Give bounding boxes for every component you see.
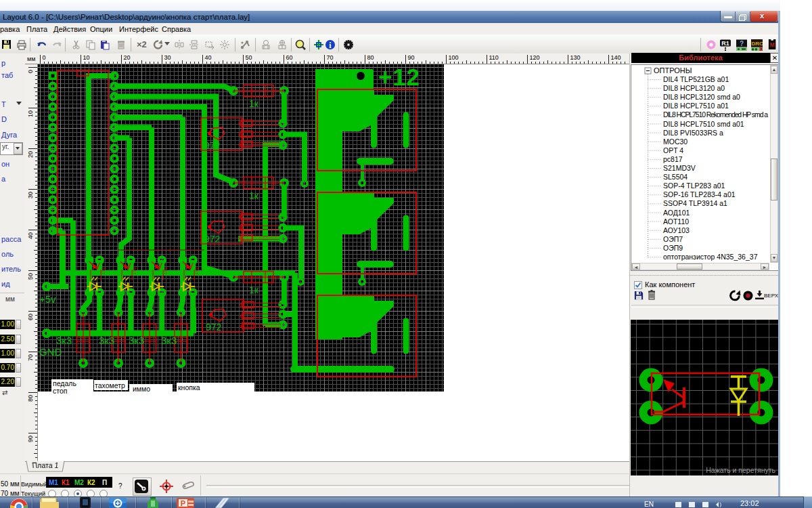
svg-text:60: 60 bbox=[27, 314, 34, 320]
svg-text:pc817: pc817 bbox=[663, 155, 683, 163]
svg-text:DIL8 HCPL3120 a0: DIL8 HCPL3120 a0 bbox=[663, 84, 725, 92]
svg-text:3к3: 3к3 bbox=[99, 335, 114, 346]
svg-text:э: э bbox=[240, 324, 242, 329]
svg-text:ОЭП9: ОЭП9 bbox=[663, 244, 683, 252]
svg-text:1к: 1к bbox=[249, 190, 259, 201]
svg-text:э: э bbox=[238, 236, 241, 240]
svg-text:3к3: 3к3 bbox=[161, 335, 177, 346]
svg-text:1к: 1к bbox=[249, 284, 259, 295]
svg-text:50: 50 bbox=[246, 54, 252, 61]
svg-text:SOP-16 TLP283-4 a01: SOP-16 TLP283-4 a01 bbox=[663, 190, 736, 198]
svg-text:иммо: иммо bbox=[133, 385, 150, 393]
svg-text:ОПТРОНЫ: ОПТРОНЫ bbox=[654, 66, 692, 75]
svg-text:90: 90 bbox=[408, 54, 415, 61]
svg-text:R1: R1 bbox=[721, 40, 729, 47]
svg-text:20: 20 bbox=[124, 54, 131, 61]
svg-text:140: 140 bbox=[611, 54, 621, 61]
svg-text:110: 110 bbox=[489, 54, 499, 61]
svg-text:120: 120 bbox=[530, 54, 540, 61]
svg-text:972: 972 bbox=[204, 140, 221, 151]
svg-text:817: 817 bbox=[133, 268, 137, 275]
svg-text:DIL8 HCPL7510 Rekomended HP sm: DIL8 HCPL7510 Rekomended HP smd a bbox=[663, 110, 768, 119]
svg-text:э: э bbox=[238, 142, 241, 147]
svg-text:130: 130 bbox=[570, 54, 581, 61]
svg-text:стоп: стоп bbox=[53, 387, 67, 395]
svg-text:50: 50 bbox=[27, 273, 34, 280]
svg-text:X: X bbox=[760, 47, 763, 51]
svg-text:б: б bbox=[238, 215, 241, 219]
svg-text:кнопка: кнопка bbox=[178, 383, 200, 391]
svg-text:80: 80 bbox=[27, 395, 34, 402]
svg-text:817: 817 bbox=[102, 268, 106, 275]
svg-text:10: 10 bbox=[83, 54, 90, 61]
svg-text:DIL8 HCPL3120 smd a0: DIL8 HCPL3120 smd a0 bbox=[663, 93, 740, 101]
svg-text:70: 70 bbox=[327, 54, 334, 61]
svg-text:972: 972 bbox=[204, 234, 221, 245]
svg-text:б: б bbox=[240, 303, 242, 308]
svg-text:M: M bbox=[770, 41, 775, 48]
svg-text:DIL8 PVI5033RS a: DIL8 PVI5033RS a bbox=[663, 129, 723, 137]
svg-text:100: 100 bbox=[449, 54, 459, 61]
svg-text:90: 90 bbox=[27, 436, 34, 442]
svg-text:817: 817 bbox=[164, 268, 168, 275]
svg-text:SOP-4 TLP283 a01: SOP-4 TLP283 a01 bbox=[663, 182, 725, 190]
svg-text:0: 0 bbox=[43, 54, 46, 61]
svg-text:0: 0 bbox=[27, 70, 34, 73]
svg-text:60: 60 bbox=[286, 54, 293, 61]
svg-text:10: 10 bbox=[27, 110, 34, 117]
svg-text:оптотранзистор 4N35_36_37: оптотранзистор 4N35_36_37 bbox=[663, 253, 758, 261]
svg-text:ОЭП7: ОЭП7 bbox=[663, 235, 683, 243]
svg-text:?: ? bbox=[740, 40, 744, 47]
svg-text:+5v: +5v bbox=[39, 293, 56, 305]
svg-text:мм: мм bbox=[27, 56, 35, 62]
svg-text:DRC: DRC bbox=[751, 41, 763, 47]
svg-text:817: 817 bbox=[195, 268, 199, 275]
svg-text:DIL4 TLP521GB a01: DIL4 TLP521GB a01 bbox=[663, 75, 729, 83]
svg-text:20: 20 bbox=[27, 151, 34, 158]
svg-text:972: 972 bbox=[206, 322, 222, 333]
svg-text:DIL8 HCPL7510 smd a01: DIL8 HCPL7510 smd a01 bbox=[663, 120, 744, 128]
svg-text:б: б bbox=[238, 121, 241, 126]
svg-text:АОД101: АОД101 bbox=[663, 209, 690, 217]
svg-text:30: 30 bbox=[27, 192, 34, 198]
svg-text:30: 30 bbox=[164, 54, 171, 61]
svg-text:тахометр: тахометр bbox=[95, 381, 125, 389]
svg-text:MOC30: MOC30 bbox=[663, 137, 687, 146]
svg-text:АОТ110: АОТ110 bbox=[663, 217, 689, 226]
svg-text:P: P bbox=[181, 499, 185, 507]
svg-text:40: 40 bbox=[205, 54, 212, 61]
svg-text:S21MD3V: S21MD3V bbox=[663, 164, 696, 172]
svg-text:40: 40 bbox=[27, 232, 34, 239]
svg-text:1к: 1к bbox=[249, 98, 259, 109]
svg-text:3к3: 3к3 bbox=[129, 335, 144, 346]
svg-text:АОУ103: АОУ103 bbox=[663, 226, 690, 234]
svg-text:SL5504: SL5504 bbox=[663, 173, 687, 181]
svg-text:OPT 4: OPT 4 bbox=[663, 146, 683, 154]
svg-text:+12: +12 bbox=[378, 64, 420, 90]
svg-text:SSOP4 TLP3914 a1: SSOP4 TLP3914 a1 bbox=[663, 199, 727, 207]
svg-text:80: 80 bbox=[367, 54, 374, 61]
svg-text:GND: GND bbox=[39, 346, 62, 358]
svg-text:70: 70 bbox=[27, 354, 34, 361]
svg-text:3к3: 3к3 bbox=[56, 335, 72, 346]
svg-text:DIL8 HCPL7510 a01: DIL8 HCPL7510 a01 bbox=[663, 102, 729, 110]
svg-text:Нажать и перетянуть: Нажать и перетянуть bbox=[706, 466, 775, 474]
